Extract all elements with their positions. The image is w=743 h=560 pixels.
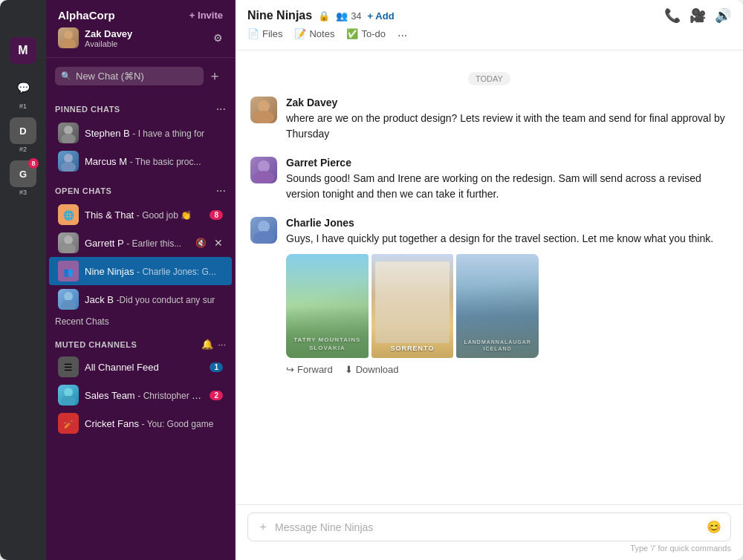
member-count: 👥 34: [336, 10, 361, 22]
invite-button[interactable]: + Invite: [189, 10, 223, 21]
list-item[interactable]: Marcus M - The basic proc...: [49, 147, 232, 175]
avatar: [58, 27, 79, 48]
list-item[interactable]: 👥 Nine Ninjas - Charlie Jones: G...: [49, 257, 232, 285]
pinned-chats-title: PINNED CHATS: [55, 105, 120, 114]
new-chat-button[interactable]: ＋: [204, 64, 226, 88]
svg-text:🏏: 🏏: [63, 419, 74, 429]
avatar: [250, 217, 277, 244]
avatar: 🏏: [58, 413, 79, 434]
svg-point-12: [64, 292, 73, 301]
dm-nav-item[interactable]: D: [10, 117, 36, 144]
avatar: [58, 289, 79, 310]
muted-channels-title: MUTED CHANNELS: [55, 340, 137, 349]
chat-name: Cricket Fans - You: Good game: [85, 418, 223, 429]
svg-point-8: [64, 235, 73, 244]
sidebar-user: Zak Davey Available ⚙: [58, 27, 223, 48]
tabs-more-icon[interactable]: ···: [398, 29, 407, 42]
close-icon[interactable]: ✕: [214, 237, 223, 249]
message-sender: Garret Pierce: [286, 157, 728, 169]
svg-point-4: [64, 154, 73, 163]
muted-channels-section: MUTED CHANNELS 🔔 ···: [46, 330, 235, 353]
tab-todo[interactable]: ✅ To-do: [346, 28, 386, 42]
message: Charlie Jones Guys, I have quickly put t…: [250, 217, 728, 375]
lock-icon: 🔒: [318, 10, 330, 22]
todo-icon: ✅: [346, 28, 358, 39]
people-icon: 👥: [336, 10, 348, 22]
settings-icon[interactable]: ⚙: [213, 32, 223, 44]
attach-button[interactable]: ＋: [257, 519, 269, 535]
message: Zak Davey where are we on the product de…: [250, 97, 728, 142]
sidebar-header: AlphaCorp + Invite Zak Davey Available ⚙: [46, 0, 235, 58]
svg-point-2: [64, 126, 73, 134]
chat-header: Nine Ninjas 🔒 👥 34 + Add 📞 🎥 🔊 📄 Files 📝…: [236, 0, 743, 51]
open-chats-title: OPEN CHATS: [55, 186, 111, 195]
avatar: [58, 232, 79, 253]
group-nav-icon: G: [19, 169, 27, 180]
svg-point-19: [253, 111, 274, 123]
tab-notes[interactable]: 📝 Notes: [294, 28, 334, 42]
message-input[interactable]: [275, 521, 701, 533]
list-item[interactable]: ☰ All Channel Feed 1: [49, 353, 232, 381]
search-area: 🔍 ＋: [46, 58, 235, 94]
chat-nav-item[interactable]: 💬: [10, 74, 36, 101]
open-chats-section: OPEN CHATS ···: [46, 175, 235, 201]
search-input[interactable]: [55, 67, 204, 85]
svg-point-23: [253, 231, 274, 244]
avatar: [58, 151, 79, 172]
dm-nav-icon: D: [19, 126, 26, 137]
image-slovakia: TATRY MOUNTAINSSLOVAKIA: [286, 254, 369, 358]
muted-bell-icon[interactable]: 🔔: [201, 339, 213, 350]
sidebar-userstatus: Available: [85, 39, 132, 48]
open-more-icon[interactable]: ···: [216, 184, 226, 198]
svg-point-14: [64, 388, 73, 397]
chat-name: Garrett P - Earlier this...: [85, 238, 189, 249]
unread-badge: 8: [210, 210, 223, 220]
svg-point-20: [258, 160, 270, 172]
message-actions: ↪ Forward ⬇ Download: [286, 364, 728, 375]
group-nav-badge: 8: [28, 158, 39, 169]
chat-name: This & That - Good job 👏: [85, 209, 204, 221]
sidebar-username: Zak Davey: [85, 28, 132, 39]
svg-point-15: [61, 396, 76, 406]
tab-files[interactable]: 📄 Files: [247, 28, 282, 42]
avatar: [250, 157, 277, 183]
list-item[interactable]: 🌐 This & That - Good job 👏 8: [49, 201, 232, 229]
chat-name: Sales Team - Christopher J: d.: [85, 390, 204, 401]
emoji-button[interactable]: 😊: [707, 520, 721, 534]
list-item[interactable]: Stephen B - I have a thing for: [49, 119, 232, 147]
header-actions: 📞 🎥 🔊: [664, 7, 731, 24]
recent-chats-link[interactable]: Recent Chats: [46, 313, 235, 330]
chat-tabs: 📄 Files 📝 Notes ✅ To-do ···: [247, 28, 731, 42]
list-item[interactable]: Sales Team - Christopher J: d. 2: [49, 381, 232, 409]
workspace-icon[interactable]: M: [10, 37, 36, 64]
avatar: [250, 97, 277, 123]
list-item[interactable]: 🏏 Cricket Fans - You: Good game: [49, 409, 232, 437]
list-item[interactable]: Garrett P - Earlier this... 🔇 ✕: [49, 229, 232, 257]
svg-point-3: [61, 134, 76, 143]
nav-label-2: #2: [19, 146, 27, 153]
list-item[interactable]: Jack B -Did you conduct any sur: [49, 285, 232, 313]
video-icon[interactable]: 🎥: [690, 7, 706, 24]
icon-bar: M 💬 #1 D #2 G 8 #3: [0, 0, 46, 560]
chat-name: Nine Ninjas - Charlie Jones: G...: [85, 266, 223, 277]
svg-point-22: [258, 221, 270, 232]
svg-point-21: [253, 171, 274, 183]
message-input-box: ＋ 😊: [247, 512, 731, 541]
svg-text:👥: 👥: [63, 267, 74, 277]
group-nav-item[interactable]: G 8: [10, 160, 36, 187]
message-image-grid: TATRY MOUNTAINSSLOVAKIA SORRENTO LANDMAN…: [286, 254, 539, 358]
forward-icon: ↪: [286, 364, 294, 375]
svg-point-1: [61, 39, 76, 48]
add-members-button[interactable]: + Add: [368, 10, 395, 22]
call-icon[interactable]: 📞: [664, 7, 681, 24]
mute-icon: 🔇: [195, 238, 207, 248]
pinned-more-icon[interactable]: ···: [216, 102, 226, 116]
image-iceland: LANDMANNALAUGARICELAND: [456, 254, 539, 358]
image-label: SORRENTO: [391, 345, 435, 352]
muted-more-icon[interactable]: ···: [218, 339, 226, 350]
main-chat: Nine Ninjas 🔒 👥 34 + Add 📞 🎥 🔊 📄 Files 📝…: [236, 0, 743, 560]
forward-button[interactable]: ↪ Forward: [286, 364, 333, 375]
download-button[interactable]: ⬇ Download: [345, 364, 399, 375]
mute-icon[interactable]: 🔊: [715, 7, 731, 24]
avatar: 🌐: [58, 204, 79, 225]
